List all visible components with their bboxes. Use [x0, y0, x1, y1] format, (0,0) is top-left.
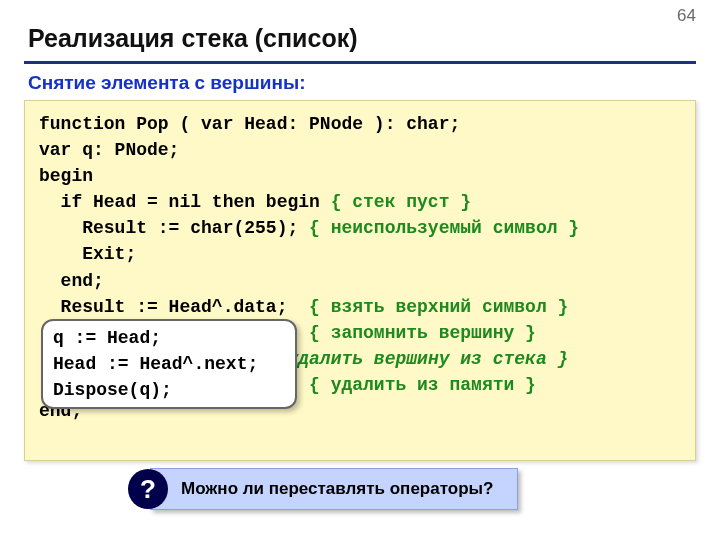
code-line: begin: [39, 166, 93, 186]
code-line: var q: PNode;: [39, 140, 179, 160]
code-comment: { стек пуст }: [331, 192, 471, 212]
section-subtitle: Снятие элемента с вершины:: [0, 72, 720, 100]
code-comment: { неиспользуемый символ }: [309, 218, 579, 238]
callout-line: Dispose(q);: [53, 380, 172, 400]
code-line: Result := Head^.data;: [39, 297, 309, 317]
page-number: 64: [677, 6, 696, 26]
code-line: Exit;: [39, 244, 136, 264]
code-comment: { удалить из памяти }: [309, 375, 536, 395]
title-underline: [24, 61, 696, 64]
code-line: Result := char(255);: [39, 218, 309, 238]
callout-line: Head := Head^.next;: [53, 354, 258, 374]
code-comment: { взять верхний символ }: [309, 297, 568, 317]
code-block: function Pop ( var Head: PNode ): char; …: [24, 100, 696, 461]
highlight-callout: q := Head; Head := Head^.next; Dispose(q…: [41, 319, 297, 409]
code-line: end;: [39, 271, 104, 291]
callout-line: q := Head;: [53, 328, 161, 348]
code-line: function Pop ( var Head: PNode ): char;: [39, 114, 460, 134]
code-line: if Head = nil then begin: [39, 192, 331, 212]
question-row: ? Можно ли переставлять операторы?: [128, 468, 518, 510]
slide-title: Реализация стека (список): [0, 0, 720, 61]
code-comment: удалить вершину из стека }: [287, 349, 568, 369]
question-mark-icon: ?: [128, 469, 168, 509]
question-box: Можно ли переставлять операторы?: [150, 468, 518, 510]
code-comment: { запомнить вершину }: [309, 323, 536, 343]
